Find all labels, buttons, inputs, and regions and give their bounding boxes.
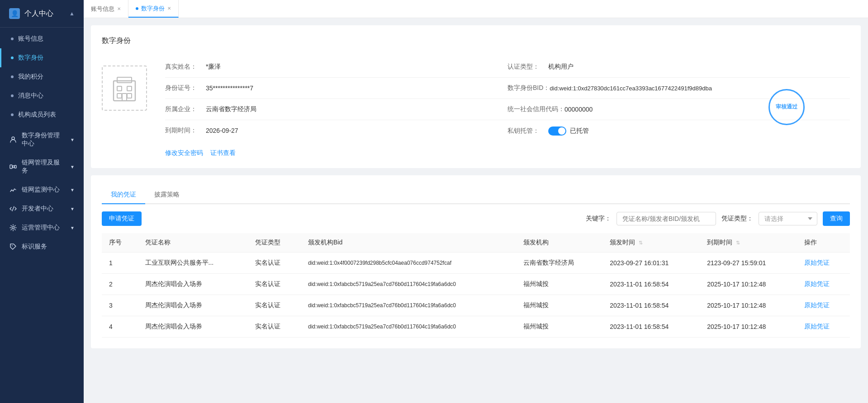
cell-issuer: 云南省数字经济局: [516, 253, 602, 274]
tab-label: 数字身份: [141, 5, 165, 13]
sidebar-item-digital-id[interactable]: 数字身份: [0, 48, 84, 67]
sort-expire-time-icon: ⇅: [736, 240, 740, 245]
identity-row-company: 所属企业： 云南省数字经济局: [165, 99, 508, 120]
sidebar-dot: [11, 56, 14, 59]
cell-name: 周杰伦演唱会入场券: [138, 316, 248, 337]
auth-type-label: 认证类型：: [508, 63, 548, 71]
credentials-tbody: 1 工业互联网公共服务平... 实名认证 did:weid:1:0x4f0007…: [102, 253, 850, 337]
view-cert-link[interactable]: 证书查看: [210, 149, 236, 157]
credentials-toolbar: 申请凭证 关键字： 凭证类型： 请选择 查询: [102, 211, 850, 226]
col-seq: 序号: [102, 233, 138, 253]
cell-seq: 3: [102, 295, 138, 316]
approval-stamp: 审核通过: [768, 89, 805, 125]
company-value: 云南省数字经济局: [206, 105, 256, 113]
sidebar-header: 👤 个人中心 ▲: [0, 0, 84, 28]
sidebar-items: 账号信息 数字身份 我的积分 消息中心 机构成员列表: [0, 28, 84, 126]
chevron-down-icon: ▼: [70, 187, 75, 192]
svg-rect-3: [14, 165, 16, 168]
search-input[interactable]: [617, 212, 716, 225]
identity-row-name: 真实姓名： *廉泽: [165, 56, 508, 78]
sort-issue-time-icon: ⇅: [639, 240, 643, 245]
cell-expire-time: 2025-10-17 10:12:48: [700, 274, 797, 295]
identity-card: 数字身份: [91, 25, 861, 168]
search-button[interactable]: 查询: [823, 211, 850, 226]
sidebar-dot: [11, 37, 14, 40]
view-original-credential-link[interactable]: 原始凭证: [804, 280, 830, 287]
identity-container: 真实姓名： *廉泽 身份证号： 35***************7 所属企业：…: [102, 56, 850, 157]
cell-issue-time: 2023-11-01 16:58:54: [602, 274, 700, 295]
key-custody-value: 已托管: [570, 127, 589, 135]
tab-digital-id[interactable]: 数字身份 ✕: [128, 0, 179, 18]
cell-type: 实名认证: [248, 253, 301, 274]
tab-close-icon[interactable]: ✕: [117, 6, 121, 11]
cell-issue-time: 2023-09-27 16:01:31: [602, 253, 700, 274]
mark-service-icon: [9, 243, 17, 251]
real-name-label: 真实姓名：: [165, 63, 206, 71]
sidebar-item-members[interactable]: 机构成员列表: [0, 105, 84, 124]
apply-credential-button[interactable]: 申请凭证: [102, 211, 142, 226]
view-original-credential-link[interactable]: 原始凭证: [804, 301, 830, 309]
table-header-row: 序号 凭证名称 凭证类型 颁发机构Bid 颁发机构 颁发时间 ⇅ 到期时间 ⇅ …: [102, 233, 850, 253]
cell-name: 工业互联网公共服务平...: [138, 253, 248, 274]
group-label: 运营管理中心: [22, 224, 60, 232]
cell-issuer-bid: did:weid:1:0xfabcbc5719a25ea7cd76b0d1176…: [301, 274, 516, 295]
id-number-label: 身份证号：: [165, 84, 206, 92]
sidebar-collapse-btn[interactable]: ▲: [69, 10, 75, 17]
sidebar-group-chain-mgmt[interactable]: 链网管理及服务 ▼: [0, 153, 84, 180]
col-name: 凭证名称: [138, 233, 248, 253]
sidebar-group-developer[interactable]: 开发者中心 ▼: [0, 199, 84, 218]
sidebar-item-label: 数字身份: [18, 54, 43, 62]
chevron-down-icon: ▼: [70, 137, 75, 142]
cell-action: 原始凭证: [797, 274, 850, 295]
sidebar-item-messages[interactable]: 消息中心: [0, 86, 84, 105]
identity-row-auth-type: 认证类型： 机构用户: [508, 56, 850, 78]
group-label: 链网监测中心: [22, 186, 60, 194]
chevron-down-icon: ▼: [70, 206, 75, 211]
developer-icon: [9, 205, 17, 213]
credentials-table: 序号 凭证名称 凭证类型 颁发机构Bid 颁发机构 颁发时间 ⇅ 到期时间 ⇅ …: [102, 233, 850, 337]
sidebar-group-mark-service[interactable]: 标识服务: [0, 237, 84, 256]
credential-type-select[interactable]: 请选择: [759, 212, 817, 225]
table-row: 2 周杰伦演唱会入场券 实名认证 did:weid:1:0xfabcbc5719…: [102, 274, 850, 295]
view-original-credential-link[interactable]: 原始凭证: [804, 323, 830, 330]
svg-line-4: [12, 206, 14, 211]
sidebar-item-points[interactable]: 我的积分: [0, 67, 84, 86]
svg-point-5: [12, 227, 14, 229]
credit-code-value: 00000000: [564, 106, 593, 113]
identity-grid: 真实姓名： *廉泽 身份证号： 35***************7 所属企业：…: [165, 56, 850, 142]
section-tabs: 我的凭证 披露策略: [102, 186, 850, 204]
cell-type: 实名认证: [248, 316, 301, 337]
cell-issue-time: 2023-11-01 16:58:54: [602, 295, 700, 316]
sidebar: 👤 个人中心 ▲ 账号信息 数字身份 我的积分 消息中心 机构成员列表 数字身份…: [0, 0, 84, 403]
cell-issuer-bid: did:weid:1:0xfabcbc5719a25ea7cd76b0d1176…: [301, 295, 516, 316]
cell-expire-time: 2123-09-27 15:59:01: [700, 253, 797, 274]
identity-row-custody: 私钥托管： 已托管: [508, 120, 850, 142]
sidebar-group-operations[interactable]: 运营管理中心 ▼: [0, 218, 84, 237]
identity-info: 真实姓名： *廉泽 身份证号： 35***************7 所属企业：…: [165, 56, 850, 157]
svg-rect-8: [117, 77, 132, 83]
tab-my-credentials[interactable]: 我的凭证: [102, 186, 145, 204]
sidebar-item-label: 消息中心: [18, 92, 43, 100]
cell-issuer: 福州城投: [516, 316, 602, 337]
cell-type: 实名认证: [248, 295, 301, 316]
col-issue-time[interactable]: 颁发时间 ⇅: [602, 233, 700, 253]
cell-seq: 1: [102, 253, 138, 274]
col-expire-time[interactable]: 到期时间 ⇅: [700, 233, 797, 253]
tab-disclosure-policy[interactable]: 披露策略: [145, 186, 189, 204]
type-label: 凭证类型：: [721, 215, 753, 223]
cell-action: 原始凭证: [797, 253, 850, 274]
cell-action: 原始凭证: [797, 316, 850, 337]
tab-close-icon[interactable]: ✕: [167, 6, 171, 11]
cell-issue-time: 2023-11-01 16:58:54: [602, 316, 700, 337]
sidebar-dot: [11, 113, 14, 116]
sidebar-group-digital-id-mgmt[interactable]: 数字身份管理中心 ▼: [0, 126, 84, 153]
identity-row-expire: 到期时间： 2026-09-27: [165, 120, 508, 141]
sidebar-group-chain-monitor[interactable]: 链网监测中心 ▼: [0, 180, 84, 199]
tab-bar: 账号信息 ✕ 数字身份 ✕: [84, 0, 868, 18]
tab-account-info[interactable]: 账号信息 ✕: [84, 0, 128, 18]
change-password-link[interactable]: 修改安全密码: [165, 149, 203, 157]
sidebar-item-account[interactable]: 账号信息: [0, 29, 84, 48]
view-original-credential-link[interactable]: 原始凭证: [804, 259, 830, 266]
key-custody-toggle[interactable]: [548, 127, 566, 136]
svg-rect-1: [10, 165, 12, 169]
